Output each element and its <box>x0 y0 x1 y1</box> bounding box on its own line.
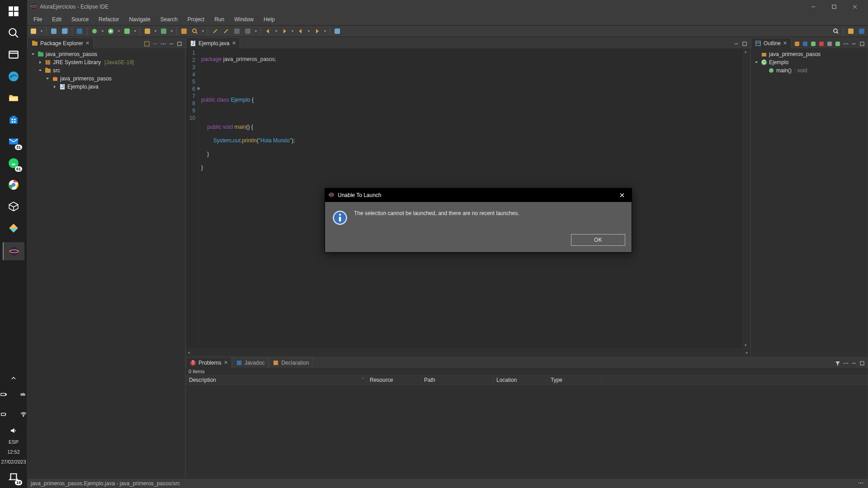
back-dropdown[interactable] <box>307 30 311 33</box>
chevron-down-icon[interactable] <box>754 60 759 65</box>
view-menu-icon[interactable] <box>842 40 849 47</box>
window-maximize-button[interactable] <box>824 0 844 14</box>
save-all-icon[interactable] <box>60 27 69 36</box>
search-icon[interactable] <box>6 25 21 41</box>
col-path[interactable]: Path <box>421 375 494 385</box>
link-editor-icon[interactable] <box>151 40 159 47</box>
filter-icon[interactable] <box>834 360 841 367</box>
dialog-ok-button[interactable]: OK <box>571 234 625 246</box>
pencil-icon[interactable] <box>222 27 231 36</box>
open-perspective-icon[interactable] <box>846 27 855 36</box>
tree-package[interactable]: java_primeros_pasos <box>28 75 184 83</box>
close-icon[interactable]: ✕ <box>85 40 90 46</box>
col-type[interactable]: Type <box>548 375 602 385</box>
chrome-icon[interactable] <box>6 177 21 192</box>
menu-help[interactable]: Help <box>259 14 279 24</box>
minimize-view-icon[interactable] <box>850 40 858 47</box>
prev-ann-dropdown[interactable] <box>274 30 278 33</box>
hide-fields-icon[interactable] <box>810 40 817 47</box>
collapse-all-icon[interactable] <box>143 40 151 47</box>
col-location[interactable]: Location <box>494 375 548 385</box>
chevron-right-icon[interactable] <box>52 84 57 89</box>
menu-file[interactable]: File <box>29 14 47 24</box>
tree-src[interactable]: src <box>28 66 184 75</box>
menu-edit[interactable]: Edit <box>47 14 66 24</box>
maximize-view-icon[interactable] <box>176 40 183 47</box>
whatsapp-icon[interactable]: 61 <box>6 155 21 171</box>
col-resource[interactable]: Resource <box>367 375 421 385</box>
new-package-icon[interactable] <box>143 27 152 36</box>
back-icon[interactable] <box>296 27 305 36</box>
close-icon[interactable]: ✕ <box>783 40 787 46</box>
power-icon[interactable] <box>0 407 11 422</box>
minimize-view-icon[interactable] <box>168 40 175 47</box>
minimize-view-icon[interactable] <box>850 360 858 367</box>
tree-file[interactable]: J Ejemplo.java <box>28 83 184 91</box>
view-menu-icon[interactable] <box>842 360 849 367</box>
menu-source[interactable]: Source <box>67 14 93 24</box>
statusbar-menu-icon[interactable] <box>857 479 864 487</box>
java-perspective-icon[interactable] <box>857 27 866 36</box>
new-icon[interactable] <box>29 27 38 36</box>
vertical-scrollbar[interactable] <box>743 48 750 348</box>
file-explorer-icon[interactable] <box>6 90 21 106</box>
debug-dropdown[interactable] <box>101 30 104 33</box>
search-dropdown[interactable] <box>201 30 205 33</box>
forward-icon[interactable] <box>312 27 321 36</box>
open-type-icon[interactable] <box>179 27 189 36</box>
minimize-view-icon[interactable] <box>733 40 740 47</box>
taskbar-date[interactable]: 27/02/2023 <box>1 459 26 465</box>
outline-class[interactable]: C Ejemplo <box>752 58 867 66</box>
outline-tab[interactable]: Outline ✕ <box>751 38 791 48</box>
chevron-down-icon[interactable] <box>38 68 43 73</box>
maximize-view-icon[interactable] <box>859 360 866 367</box>
horizontal-scrollbar[interactable]: ◂▸ <box>186 348 750 356</box>
menu-search[interactable]: Search <box>156 14 182 24</box>
focus-icon[interactable] <box>793 40 801 47</box>
debug-icon[interactable] <box>90 27 99 36</box>
window-minimize-button[interactable] <box>803 0 824 14</box>
next-ann-dropdown[interactable] <box>291 30 294 33</box>
menu-window[interactable]: Window <box>230 14 258 24</box>
diamond-app-icon[interactable] <box>6 221 21 236</box>
chevron-right-icon[interactable] <box>38 60 43 65</box>
terminal-icon[interactable] <box>75 27 84 36</box>
task-view-icon[interactable] <box>6 47 21 62</box>
new-package-dropdown[interactable] <box>154 30 157 33</box>
edge-icon[interactable] <box>6 69 21 84</box>
chevron-down-icon[interactable] <box>30 52 36 57</box>
eclipse-taskbar-icon[interactable] <box>3 242 24 260</box>
next-annotation-icon[interactable] <box>280 27 289 36</box>
cube-app-icon[interactable] <box>6 199 21 214</box>
dots-icon[interactable] <box>232 27 241 36</box>
prev-annotation-icon[interactable] <box>264 27 273 36</box>
hide-local-icon[interactable] <box>834 40 841 47</box>
view-menu-icon[interactable] <box>160 40 167 47</box>
run-icon[interactable] <box>106 27 115 36</box>
volume-icon[interactable] <box>6 427 21 435</box>
outline-method[interactable]: main() : void <box>752 66 867 75</box>
tree-jre[interactable]: JRE System Library [JavaSE-19] <box>28 58 184 66</box>
coverage-icon[interactable] <box>123 27 132 36</box>
ms-store-icon[interactable] <box>6 112 21 127</box>
dialog-close-button[interactable] <box>615 188 629 202</box>
search-toolbar-icon[interactable] <box>190 27 199 36</box>
menu-refactor[interactable]: Refactor <box>94 14 123 24</box>
menu-navigate[interactable]: Navigate <box>124 14 155 24</box>
outline-package[interactable]: java_primeros_pasos <box>752 50 867 58</box>
pin-icon[interactable] <box>333 27 342 36</box>
dialog-titlebar[interactable]: Unable To Launch <box>325 188 632 202</box>
close-icon[interactable]: ✕ <box>224 360 228 366</box>
problems-tab[interactable]: ! Problems ✕ <box>186 357 232 368</box>
chevron-up-icon[interactable] <box>6 374 21 382</box>
new-dropdown[interactable] <box>40 30 43 33</box>
col-description[interactable]: Description^ <box>186 375 367 385</box>
chevron-down-icon[interactable] <box>45 76 50 81</box>
text-icon[interactable] <box>243 27 252 36</box>
javadoc-tab[interactable]: Javadoc <box>232 357 269 368</box>
declaration-tab[interactable]: Declaration <box>269 357 313 368</box>
sort-icon[interactable] <box>802 40 809 47</box>
save-icon[interactable] <box>49 27 58 36</box>
run-dropdown[interactable] <box>117 30 121 33</box>
notifications-icon[interactable]: 19 <box>6 469 21 484</box>
